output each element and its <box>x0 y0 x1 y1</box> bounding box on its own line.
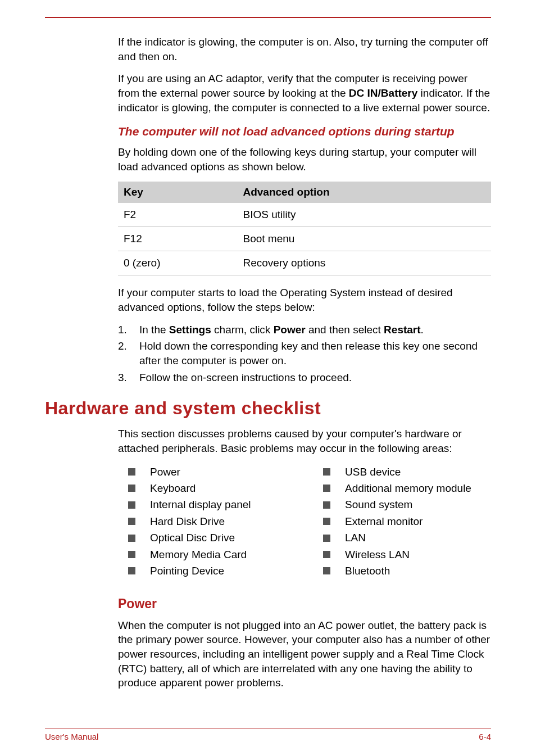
checklist-left: Power Keyboard Internal display panel Ha… <box>118 464 296 580</box>
paragraph-os-instead: If your computer starts to load the Oper… <box>118 286 491 314</box>
col-header-option: Advanced option <box>237 182 491 203</box>
page-footer: User's Manual 6-4 <box>45 728 491 741</box>
checklist-columns: Power Keyboard Internal display panel Ha… <box>118 464 491 580</box>
page: If the indicator is glowing, the compute… <box>0 0 536 756</box>
text-segment: . <box>421 324 424 336</box>
bullet-icon <box>128 551 135 558</box>
bullet-icon <box>128 535 135 542</box>
table-row: F12 Boot menu <box>118 227 491 251</box>
bullet-icon <box>323 535 330 542</box>
list-item: Keyboard <box>118 480 296 496</box>
list-item: Memory Media Card <box>118 546 296 563</box>
intro-paragraph-2: If you are using an AC adaptor, verify t… <box>118 71 491 115</box>
list-label: LAN <box>345 529 366 546</box>
step-text: Follow the on-screen instructions to pro… <box>139 370 491 385</box>
hardware-section: This section discusses problems caused b… <box>118 427 491 690</box>
list-item: Hard Disk Drive <box>118 513 296 529</box>
list-item: USB device <box>313 464 491 480</box>
bullet-icon <box>128 501 135 509</box>
heading-power: Power <box>118 596 491 612</box>
step-number: 2. <box>118 339 139 368</box>
list-label: Memory Media Card <box>150 546 247 563</box>
table-row: F2 BIOS utility <box>118 203 491 227</box>
footer-right: 6-4 <box>479 732 491 741</box>
top-rule <box>45 17 491 18</box>
list-label: Pointing Device <box>150 563 224 579</box>
cell-key: F2 <box>118 203 237 227</box>
text-segment: charm, click <box>211 324 274 336</box>
list-item: Sound system <box>313 496 491 513</box>
checklist-column-right: USB device Additional memory module Soun… <box>313 464 491 580</box>
list-label: Optical Disc Drive <box>150 529 235 546</box>
bullet-icon <box>323 518 330 525</box>
text-segment: and then select <box>306 324 384 336</box>
bullet-icon <box>128 518 135 525</box>
heading-hardware-checklist: Hardware and system checklist <box>45 398 491 419</box>
list-label: Hard Disk Drive <box>150 513 225 529</box>
list-item: Wireless LAN <box>313 546 491 563</box>
list-label: Additional memory module <box>345 480 471 496</box>
bullet-icon <box>323 501 330 509</box>
step-item-2: 2. Hold down the corresponding key and t… <box>118 339 491 368</box>
list-item: Pointing Device <box>118 563 296 579</box>
list-item: Additional memory module <box>313 480 491 496</box>
list-label: Power <box>150 464 180 480</box>
step-text: Hold down the corresponding key and then… <box>139 339 491 368</box>
list-item: Bluetooth <box>313 563 491 579</box>
footer-left: User's Manual <box>45 732 98 741</box>
step-number: 1. <box>118 323 139 337</box>
bullet-icon <box>128 485 135 492</box>
text-segment: In the <box>139 324 169 336</box>
dc-in-battery-label: DC IN/Battery <box>349 87 417 99</box>
list-item: LAN <box>313 529 491 546</box>
step-text: In the Settings charm, click Power and t… <box>139 323 491 337</box>
list-item: Optical Disc Drive <box>118 529 296 546</box>
list-label: External monitor <box>345 513 423 529</box>
cell-key: F12 <box>118 227 237 251</box>
restart-label: Restart <box>384 324 420 336</box>
list-item: Power <box>118 464 296 480</box>
list-label: Bluetooth <box>345 563 390 579</box>
power-label: Power <box>274 324 306 336</box>
bullet-icon <box>323 468 330 476</box>
bullet-icon <box>323 485 330 492</box>
col-header-key: Key <box>118 182 237 203</box>
step-number: 3. <box>118 370 139 385</box>
cell-option: BIOS utility <box>237 203 491 227</box>
checklist-right: USB device Additional memory module Soun… <box>313 464 491 580</box>
bullet-icon <box>128 468 135 476</box>
list-label: Wireless LAN <box>345 546 410 563</box>
list-item: External monitor <box>313 513 491 529</box>
checklist-column-left: Power Keyboard Internal display panel Ha… <box>118 464 296 580</box>
cell-option: Boot menu <box>237 227 491 251</box>
steps-list: 1. In the Settings charm, click Power an… <box>118 323 491 385</box>
list-label: Internal display panel <box>150 496 251 513</box>
bullet-icon <box>323 567 330 574</box>
main-content: If the indicator is glowing, the compute… <box>118 35 491 384</box>
list-label: Keyboard <box>150 480 196 496</box>
step-item-1: 1. In the Settings charm, click Power an… <box>118 323 491 337</box>
advanced-options-table: Key Advanced option F2 BIOS utility F12 … <box>118 182 491 275</box>
table-row: 0 (zero) Recovery options <box>118 251 491 275</box>
settings-label: Settings <box>169 324 211 336</box>
bullet-icon <box>128 567 135 574</box>
paragraph-hardware-intro: This section discusses problems caused b… <box>118 427 491 455</box>
list-label: Sound system <box>345 496 412 513</box>
cell-option: Recovery options <box>237 251 491 275</box>
cell-key: 0 (zero) <box>118 251 237 275</box>
intro-paragraph-1: If the indicator is glowing, the compute… <box>118 35 491 64</box>
table-header-row: Key Advanced option <box>118 182 491 203</box>
paragraph-power: When the computer is not plugged into an… <box>118 618 491 690</box>
paragraph-keys-intro: By holding down one of the following key… <box>118 145 491 174</box>
list-item: Internal display panel <box>118 496 296 513</box>
subheading-startup-options: The computer will not load advanced opti… <box>118 125 491 138</box>
step-item-3: 3. Follow the on-screen instructions to … <box>118 370 491 385</box>
list-label: USB device <box>345 464 401 480</box>
bullet-icon <box>323 551 330 558</box>
